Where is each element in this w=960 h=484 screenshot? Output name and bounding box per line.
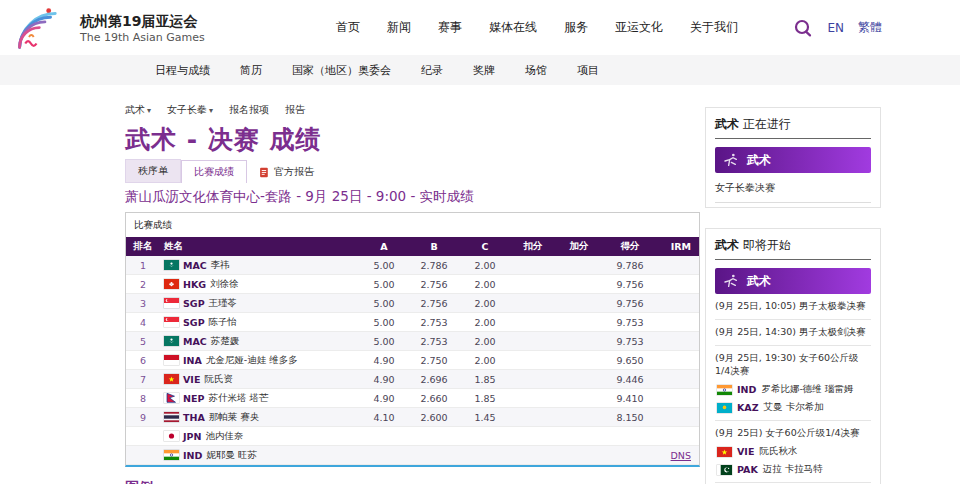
search-icon[interactable] — [793, 18, 813, 38]
upcoming-event-link[interactable]: (9月 25日, 14:30) 男子太极剑决赛 — [715, 326, 871, 339]
breadcrumb-item[interactable]: 报名报项 — [229, 103, 269, 117]
sub-nav-item[interactable]: 场馆 — [525, 63, 547, 78]
top-nav-item[interactable]: 关于我们 — [690, 19, 738, 36]
sub-nav-item[interactable]: 奖牌 — [473, 63, 495, 78]
upcoming-group: (9月 25日, 10:05) 男子太极拳决赛 — [715, 294, 871, 320]
rank-cell: 2 — [126, 279, 160, 290]
tab-start-list[interactable]: 秩序单 — [125, 159, 181, 183]
b-score-cell: 2.750 — [408, 355, 460, 366]
total-score-cell: 8.150 — [602, 412, 658, 423]
athlete-cell: VIE 阮氏资 — [160, 373, 360, 386]
table-row: 6 INA 尤金尼娅-迪娃 维多多 4.90 2.750 2.00 9.650 — [126, 351, 699, 370]
flag-jpn-icon — [164, 431, 179, 441]
c-score-cell: 1.85 — [460, 393, 510, 404]
athlete-cell: MAC 苏楚媛 — [160, 335, 360, 348]
upcoming-athlete[interactable]: KAZ艾曼 卡尔希加 — [717, 401, 871, 414]
sub-nav-item[interactable]: 纪录 — [421, 63, 443, 78]
rank-cell: 8 — [126, 393, 160, 404]
upcoming-athlete[interactable]: IND罗希比娜-德维 瑙雷姆 — [717, 383, 871, 396]
table-row: JPN 池内佳奈 — [126, 427, 699, 446]
dns-link[interactable]: DNS — [671, 450, 691, 461]
b-score-cell: 2.786 — [408, 260, 460, 271]
a-score-cell: 5.00 — [360, 336, 408, 347]
top-nav-item[interactable]: 首页 — [336, 19, 360, 36]
table-row: 8 NEP 苏什米塔 塔芒 4.90 2.660 1.85 9.410 — [126, 389, 699, 408]
breadcrumb-item[interactable]: 武术▾ — [125, 103, 151, 117]
live-sport-banner[interactable]: 武术 — [715, 147, 871, 173]
upcoming-event-link[interactable]: (9月 25日, 10:05) 男子太极拳决赛 — [715, 300, 871, 313]
b-score-cell: 2.660 — [408, 393, 460, 404]
flag-ina-icon — [164, 355, 179, 365]
top-nav-item[interactable]: 媒体在线 — [489, 19, 537, 36]
rank-cell: 7 — [126, 374, 160, 385]
total-score-cell: 9.410 — [602, 393, 658, 404]
athlete-cell: INA 尤金尼娅-迪娃 维多多 — [160, 354, 360, 367]
c-score-cell: 2.00 — [460, 336, 510, 347]
a-score-cell: 4.90 — [360, 355, 408, 366]
asian-games-logo-icon — [14, 6, 74, 50]
sub-nav-item[interactable]: 简历 — [240, 63, 262, 78]
table-row: 2 HKG 刘徐徐 5.00 2.756 2.00 9.756 — [126, 275, 699, 294]
breadcrumb: 武术▾女子长拳▾报名报项报告 — [125, 103, 700, 117]
sub-nav-item[interactable]: 国家（地区）奥委会 — [292, 63, 391, 78]
tab-official-report[interactable]: 官方报告 — [247, 161, 326, 183]
total-score-cell: 9.756 — [602, 279, 658, 290]
flag-vie-icon — [717, 447, 732, 457]
upcoming-group: (9月 25日, 19:30) 女子60公斤级1/4决赛IND罗希比娜-德维 瑙… — [715, 346, 871, 421]
tab-results[interactable]: 比赛成绩 — [181, 160, 247, 183]
flag-pak-icon — [717, 465, 732, 475]
column-header: 扣分 — [510, 240, 556, 253]
live-event-link[interactable]: 女子长拳决赛 — [715, 173, 871, 203]
chevron-down-icon: ▾ — [147, 106, 151, 115]
table-row: 1 MAC 李祎 5.00 2.786 2.00 9.786 — [126, 256, 699, 275]
sub-nav-item[interactable]: 日程与成绩 — [155, 63, 210, 78]
live-panel-header: 武术 正在进行 — [715, 116, 871, 139]
c-score-cell: 1.45 — [460, 412, 510, 423]
total-score-cell: 9.753 — [602, 317, 658, 328]
upcoming-event-link[interactable]: (9月 25日) 女子60公斤级1/4决赛 — [715, 427, 871, 440]
brand-title-en: The 19th Asian Games — [80, 31, 205, 45]
flag-ind-icon — [717, 385, 732, 395]
a-score-cell: 5.00 — [360, 298, 408, 309]
page-title: 武术 - 决赛 成绩 — [125, 123, 700, 156]
live-sport-label: 武术 — [715, 117, 739, 131]
sub-nav-item[interactable]: 项目 — [577, 63, 599, 78]
live-panel: 武术 正在进行 武术 女子长拳决赛 — [705, 107, 881, 208]
flag-mac-icon — [164, 336, 179, 346]
upcoming-athlete[interactable]: VIE阮氏秋水 — [717, 445, 871, 458]
top-nav-item[interactable]: 新闻 — [387, 19, 411, 36]
breadcrumb-item[interactable]: 女子长拳▾ — [167, 103, 213, 117]
lang-tc-link[interactable]: 繁體 — [858, 19, 882, 36]
column-header: IRM — [658, 241, 699, 252]
irm-cell: DNS — [658, 450, 699, 461]
column-header: A — [360, 241, 408, 252]
rank-cell: 4 — [126, 317, 160, 328]
lang-en-link[interactable]: EN — [827, 21, 844, 35]
upcoming-group: (9月 25日) 女子60公斤级1/4决赛VIE阮氏秋水PAK迈拉 卡拉马特 — [715, 421, 871, 483]
upcoming-athlete[interactable]: PAK迈拉 卡拉马特 — [717, 463, 871, 476]
upcoming-sport-banner[interactable]: 武术 — [715, 268, 871, 294]
upcoming-panel: 武术 即将开始 武术 (9月 25日, 10:05) 男子太极拳决赛(9月 25… — [705, 228, 881, 484]
column-header: 得分 — [602, 240, 658, 253]
results-section-label: 比赛成绩 — [126, 213, 699, 237]
b-score-cell: 2.696 — [408, 374, 460, 385]
table-row: IND 妮耶曼 旺苏 DNS — [126, 446, 699, 465]
rank-cell: 6 — [126, 355, 160, 366]
rank-cell: 3 — [126, 298, 160, 309]
upcoming-event-link[interactable]: (9月 25日, 19:30) 女子60公斤级1/4决赛 — [715, 352, 871, 378]
top-nav-item[interactable]: 服务 — [564, 19, 588, 36]
upcoming-group: (9月 25日, 14:30) 男子太极剑决赛 — [715, 320, 871, 346]
athlete-cell: THA 那帕莱 赛央 — [160, 411, 360, 424]
b-score-cell: 2.753 — [408, 336, 460, 347]
legend-title: 图例 — [125, 479, 700, 484]
breadcrumb-item[interactable]: 报告 — [285, 103, 305, 117]
column-header: 加分 — [556, 240, 602, 253]
flag-sgp-icon — [164, 298, 179, 308]
top-nav-item[interactable]: 赛事 — [438, 19, 462, 36]
table-row: 3 SGP 王瑾苓 5.00 2.756 2.00 9.756 — [126, 294, 699, 313]
upcoming-banner-label: 武术 — [747, 273, 771, 290]
flag-ind-icon — [164, 450, 179, 460]
top-nav-item[interactable]: 亚运文化 — [615, 19, 663, 36]
flag-hkg-icon — [164, 279, 179, 289]
table-row: 9 THA 那帕莱 赛央 4.10 2.600 1.45 8.150 — [126, 408, 699, 427]
